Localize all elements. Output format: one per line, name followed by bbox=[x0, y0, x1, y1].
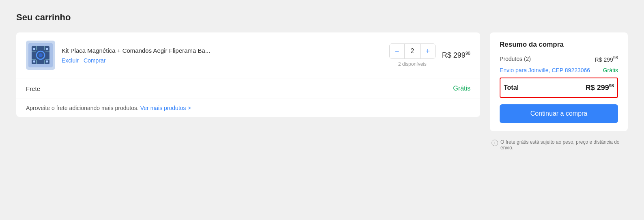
products-price-cents: 98 bbox=[613, 55, 618, 60]
disclaimer-text: O frete grátis está sujeito ao peso, pre… bbox=[500, 139, 626, 151]
decrease-button[interactable]: − bbox=[390, 44, 404, 58]
total-price: R$ 29998 bbox=[586, 83, 614, 92]
shipping-free-value: Grátis bbox=[453, 85, 470, 92]
quantity-control: − 2 + bbox=[389, 43, 436, 59]
available-text: 2 disponíveis bbox=[398, 61, 427, 67]
summary-shipping-free: Grátis bbox=[603, 67, 618, 73]
product-info: Kit Placa Magnética + Comandos Aegir Fli… bbox=[62, 47, 383, 64]
info-icon: i bbox=[492, 140, 498, 146]
products-label: Produtos (2) bbox=[500, 56, 531, 62]
summary-shipping-line: Envio para Joinville, CEP 89223066 Gráti… bbox=[500, 67, 618, 73]
promo-text: Aproveite o frete adicionando mais produ… bbox=[26, 105, 139, 111]
svg-point-3 bbox=[39, 53, 43, 57]
svg-rect-13 bbox=[46, 48, 48, 50]
product-actions: Excluir Comprar bbox=[62, 57, 383, 64]
products-price: R$ 29998 bbox=[595, 55, 618, 63]
shipping-row: Frete Grátis bbox=[16, 78, 480, 99]
summary-section: Resumo da compra Produtos (2) R$ 29998 E… bbox=[490, 32, 628, 151]
main-layout: Kit Placa Magnética + Comandos Aegir Fli… bbox=[16, 32, 628, 151]
shipping-location-link[interactable]: Envio para Joinville, CEP 89223066 bbox=[500, 67, 590, 73]
price-whole: R$ 299 bbox=[442, 51, 466, 59]
quantity-section: − 2 + 2 disponíveis bbox=[389, 43, 436, 67]
product-name: Kit Placa Magnética + Comandos Aegir Fli… bbox=[62, 47, 383, 54]
svg-rect-15 bbox=[46, 60, 48, 63]
product-image bbox=[26, 41, 55, 70]
continue-button[interactable]: Continuar a compra bbox=[500, 104, 618, 123]
page-title: Seu carrinho bbox=[16, 12, 628, 23]
disclaimer: i O frete grátis está sujeito ao peso, p… bbox=[490, 136, 628, 151]
delete-link[interactable]: Excluir bbox=[62, 57, 79, 64]
increase-button[interactable]: + bbox=[421, 44, 435, 58]
summary-title: Resumo da compra bbox=[500, 41, 618, 49]
product-price: R$ 29998 bbox=[442, 51, 470, 60]
cart-item: Kit Placa Magnética + Comandos Aegir Fli… bbox=[16, 32, 480, 78]
shipping-label: Frete bbox=[26, 85, 40, 92]
cart-section: Kit Placa Magnética + Comandos Aegir Fli… bbox=[16, 32, 480, 117]
total-label: Total bbox=[504, 84, 519, 91]
summary-total-row: Total R$ 29998 bbox=[500, 78, 618, 98]
total-price-cents: 98 bbox=[609, 83, 614, 88]
see-more-link[interactable]: Ver mais produtos > bbox=[140, 105, 191, 111]
price-cents: 98 bbox=[466, 51, 470, 56]
summary-products-line: Produtos (2) R$ 29998 bbox=[500, 55, 618, 63]
products-price-whole: R$ 299 bbox=[595, 56, 613, 63]
total-price-whole: R$ 299 bbox=[586, 84, 609, 92]
buy-link[interactable]: Comprar bbox=[84, 57, 105, 64]
promo-row: Aproveite o frete adicionando mais produ… bbox=[16, 99, 480, 117]
quantity-value: 2 bbox=[404, 44, 421, 58]
summary-card: Resumo da compra Produtos (2) R$ 29998 E… bbox=[490, 32, 628, 131]
svg-rect-14 bbox=[33, 60, 35, 63]
svg-rect-12 bbox=[33, 48, 35, 50]
